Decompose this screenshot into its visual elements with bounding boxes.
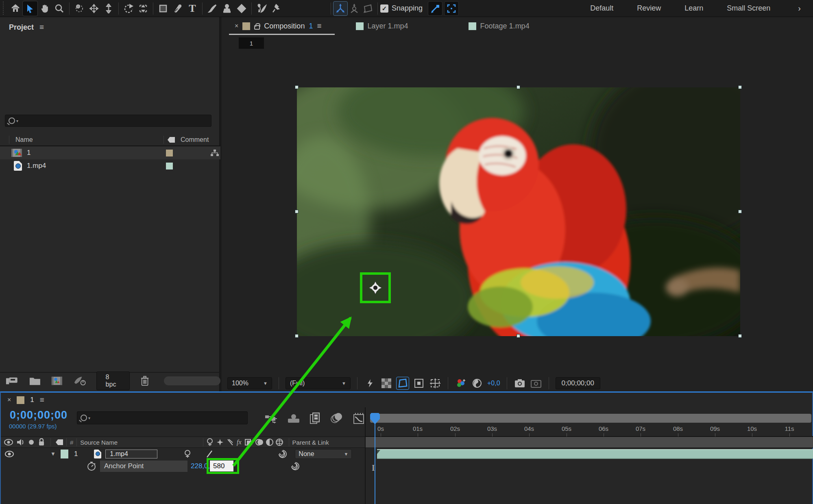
orbit-camera-tool[interactable] — [72, 1, 87, 16]
workspace-overflow-chevron-icon[interactable]: › — [798, 4, 801, 13]
tab-footage-1mp4[interactable]: Footage 1.mp4 — [463, 17, 535, 35]
selection-handle[interactable] — [295, 85, 299, 89]
property-name[interactable]: Anchor Point — [100, 461, 187, 472]
draft-3d-icon[interactable] — [287, 412, 300, 424]
show-snapshot-icon[interactable] — [530, 377, 542, 389]
selection-handle[interactable] — [738, 85, 742, 89]
label-column-icon[interactable] — [56, 439, 63, 445]
snap-to-features-button[interactable] — [428, 2, 442, 15]
timeline-menu-icon[interactable]: ≡ — [40, 395, 44, 404]
current-timecode[interactable]: 0;00;00;00 — [10, 409, 68, 421]
selection-tool[interactable] — [23, 1, 37, 16]
layer-shy-icon[interactable] — [184, 450, 191, 458]
selection-handle[interactable] — [295, 334, 299, 338]
anchor-point-row[interactable]: Anchor Point 228,0, — [1, 460, 365, 473]
tab-composition-1[interactable]: × Composition 1 ≡ — [229, 17, 327, 35]
magnification-dropdown[interactable]: 100%▼ — [227, 377, 272, 389]
label-color-column-icon[interactable] — [168, 137, 175, 143]
frame-blending-icon[interactable] — [309, 412, 321, 425]
motion-blur-column-icon[interactable] — [255, 439, 264, 446]
frame-blend-column-icon[interactable] — [245, 439, 253, 446]
column-header-parent-link[interactable]: Parent & Link — [292, 439, 329, 446]
dolly-camera-tool[interactable] — [101, 1, 116, 16]
effects-column-icon[interactable]: fx — [237, 439, 242, 446]
hand-tool[interactable] — [37, 1, 52, 16]
selection-handle[interactable] — [517, 85, 520, 89]
project-item-footage[interactable]: 1.mp4 — [0, 159, 220, 172]
world-axis-mode-icon[interactable] — [347, 2, 361, 15]
column-header-number[interactable]: # — [70, 439, 73, 446]
clone-stamp-tool[interactable] — [220, 1, 234, 16]
stopwatch-icon[interactable] — [87, 461, 96, 471]
panel-grip[interactable] — [2, 2, 8, 15]
timeline-tab[interactable]: × 1 ≡ — [1, 393, 365, 407]
puppet-pin-tool[interactable] — [269, 1, 283, 16]
label-swatch-mint[interactable] — [166, 163, 173, 169]
brush-tool[interactable] — [205, 1, 220, 16]
bit-depth-button[interactable]: 8 bpc — [96, 371, 130, 390]
workspace-tab-learn[interactable]: Learn — [684, 4, 703, 13]
roto-brush-tool[interactable] — [254, 1, 269, 16]
label-swatch-tan[interactable] — [166, 150, 173, 156]
selection-handle[interactable] — [738, 210, 742, 213]
snap-bounding-box-button[interactable] — [445, 2, 458, 15]
playhead-line[interactable] — [375, 414, 375, 504]
rectangle-tool[interactable] — [156, 1, 170, 16]
project-panel-menu-icon[interactable]: ≡ — [39, 23, 44, 32]
quality-column-icon[interactable] — [227, 439, 233, 446]
region-of-interest-icon[interactable] — [413, 377, 425, 389]
motion-blur-icon[interactable] — [330, 412, 343, 424]
preview-timecode[interactable]: 0;00;00;00 — [556, 377, 600, 389]
column-header-name[interactable]: Name — [15, 136, 33, 143]
property-pickwhip-icon[interactable] — [290, 461, 300, 471]
fast-previews-icon[interactable] — [364, 377, 376, 389]
shy-column-icon[interactable] — [207, 438, 213, 446]
layer-duration-bar[interactable] — [377, 449, 813, 459]
exposure-icon[interactable] — [471, 377, 483, 389]
solo-column-icon[interactable] — [28, 439, 34, 445]
type-tool[interactable]: T — [185, 1, 200, 16]
new-composition-icon[interactable] — [51, 376, 63, 386]
project-item-composition[interactable]: 1 — [0, 146, 220, 159]
project-panel-title[interactable]: Project — [9, 23, 34, 32]
rotation-tool[interactable] — [121, 1, 136, 16]
work-area-bar[interactable] — [370, 414, 811, 423]
take-snapshot-icon[interactable] — [514, 377, 526, 389]
project-settings-icon[interactable] — [74, 376, 86, 386]
adjustment-layer-column-icon[interactable] — [266, 439, 273, 446]
viewer-menu-icon[interactable]: ≡ — [317, 22, 321, 30]
tab-layer-1mp4[interactable]: Layer 1.mp4 — [350, 17, 414, 35]
parent-pickwhip-icon[interactable] — [278, 449, 288, 459]
collapse-transformations-column-icon[interactable] — [216, 439, 224, 446]
parent-dropdown[interactable]: None ▼ — [295, 449, 352, 459]
layer-row-1[interactable]: ▼ 1 1.mp4 None ▼ — [1, 448, 365, 459]
selection-handle[interactable] — [295, 210, 299, 213]
project-search-input[interactable]: ▾ — [5, 115, 211, 127]
close-icon[interactable]: × — [7, 396, 11, 404]
lock-icon[interactable] — [254, 25, 260, 30]
horizontal-scrollbar[interactable] — [164, 376, 220, 385]
timeline-panel-divider[interactable] — [365, 407, 366, 504]
resolution-dropdown[interactable]: (Full)▼ — [286, 377, 351, 389]
selection-handle[interactable] — [738, 334, 742, 338]
column-header-source-name[interactable]: Source Name — [80, 439, 118, 446]
video-visibility-column-icon[interactable] — [4, 439, 13, 446]
workspace-tab-default[interactable]: Default — [590, 4, 613, 13]
composition-mini-flowchart-icon[interactable] — [264, 412, 278, 424]
layer-source-name[interactable]: 1.mp4 — [105, 450, 157, 458]
snapping-checkbox[interactable]: ✓ — [380, 4, 388, 13]
new-folder-icon[interactable] — [29, 376, 41, 386]
transparency-grid-icon[interactable] — [380, 377, 392, 389]
expand-layer-chevron-icon[interactable]: ▼ — [50, 451, 56, 457]
layer-quality-icon[interactable] — [206, 450, 213, 458]
view-axis-mode-icon[interactable] — [361, 2, 375, 15]
audio-column-icon[interactable] — [16, 438, 24, 446]
timeline-search-input[interactable]: ▾ — [77, 411, 248, 424]
graph-editor-icon[interactable] — [352, 412, 365, 425]
interpret-footage-icon[interactable] — [6, 376, 19, 386]
mask-visibility-icon[interactable] — [397, 377, 409, 389]
layer-label-swatch[interactable] — [61, 450, 68, 458]
lock-column-icon[interactable] — [38, 438, 45, 446]
trash-icon[interactable] — [140, 375, 149, 387]
zoom-tool[interactable] — [52, 1, 67, 16]
